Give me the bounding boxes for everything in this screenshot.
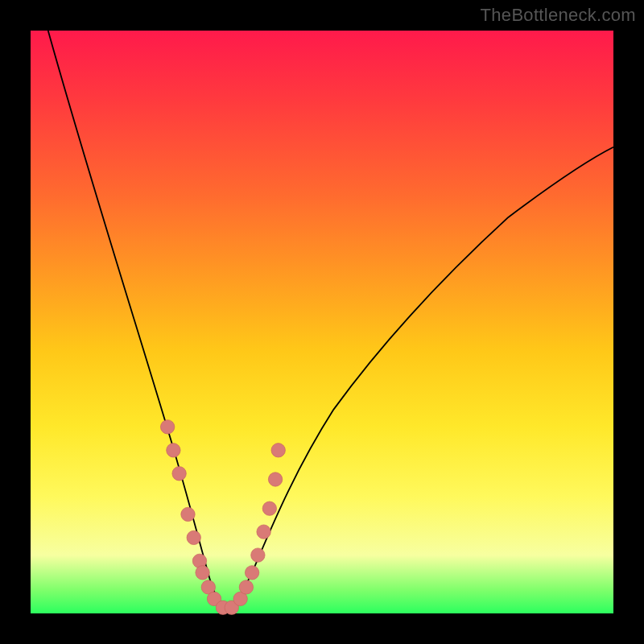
svg-point-2: [172, 467, 186, 481]
svg-point-17: [268, 473, 282, 486]
svg-point-4: [187, 530, 200, 544]
svg-point-13: [245, 566, 258, 580]
chart-stage: TheBottleneck.com: [0, 0, 644, 644]
right-branch-path: [226, 147, 613, 610]
svg-point-6: [196, 566, 209, 580]
watermark-text: TheBottleneck.com: [481, 5, 636, 26]
svg-point-16: [262, 502, 276, 515]
svg-point-18: [271, 444, 285, 457]
dot-markers-group: [160, 420, 285, 615]
svg-point-1: [167, 444, 180, 457]
svg-point-3: [181, 507, 195, 521]
svg-point-12: [239, 580, 253, 594]
svg-point-14: [251, 548, 265, 562]
svg-point-15: [257, 525, 270, 539]
chart-svg: [31, 31, 613, 613]
left-branch-path: [48, 31, 226, 610]
svg-point-0: [160, 420, 174, 434]
